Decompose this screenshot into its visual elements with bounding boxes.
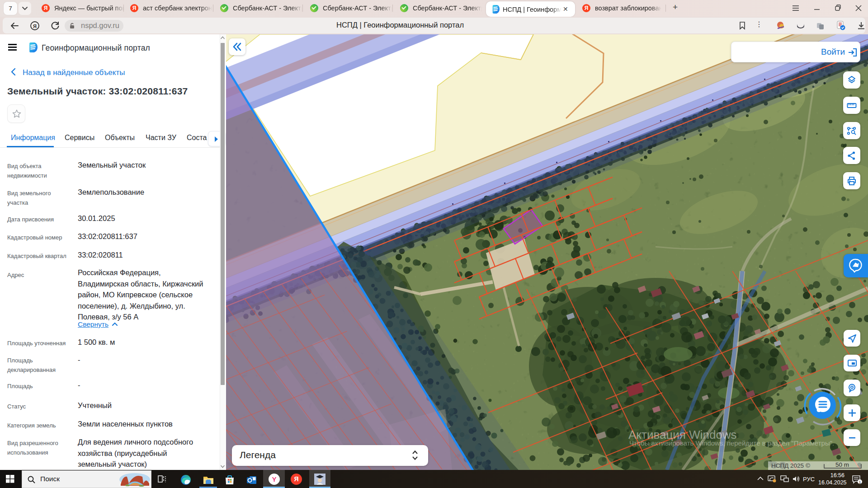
svg-text:1: 1	[859, 480, 861, 484]
svg-text:Я: Я	[33, 23, 37, 29]
